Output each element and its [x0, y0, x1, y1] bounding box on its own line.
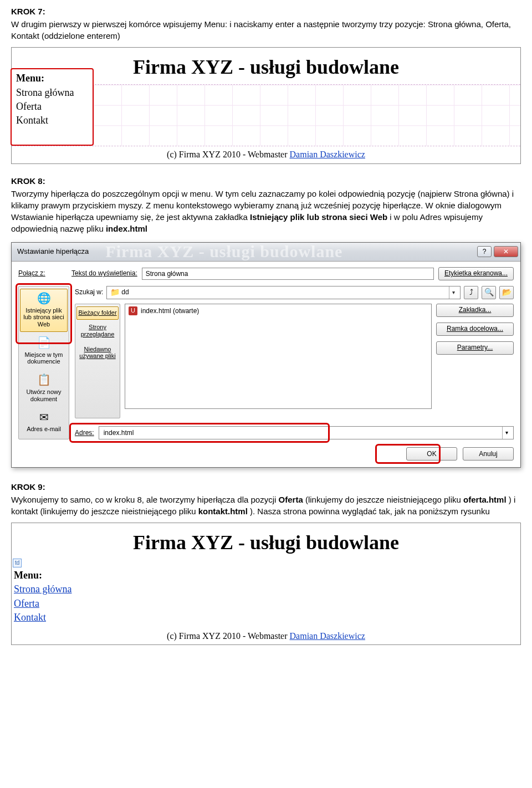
krok8-heading: KROK 8:	[11, 175, 521, 187]
chevron-down-icon: ▾	[502, 427, 511, 439]
menu-item: Strona główna	[16, 86, 88, 100]
folder-icon: 📁	[110, 287, 119, 298]
page-footer: (c) Firma XYZ 2010 - Webmaster Damian Da…	[12, 146, 520, 163]
menu-title: Menu:	[16, 71, 88, 85]
krok9-heading: KROK 9:	[11, 481, 521, 493]
link-to-sidebar: 🌐 Istniejący plik lub strona sieci Web 📄…	[18, 286, 69, 439]
text-bold: Istniejący plik lub strona sieci Web	[250, 212, 387, 222]
text-run: Wykonujemy to samo, co w kroku 8, ale tw…	[11, 495, 279, 504]
open-folder-icon: 📂	[502, 287, 511, 298]
sidebar-item-label: Miejsce w tym dokumencie	[24, 351, 63, 365]
browse-web-button[interactable]: 🔍	[482, 286, 496, 299]
globe-file-icon: 🌐	[36, 291, 52, 306]
file-list[interactable]: U index.html (otwarte)	[125, 304, 432, 409]
browse-file-button[interactable]: 📂	[499, 286, 514, 299]
address-label: Adres:	[75, 428, 94, 438]
chevron-down-icon: ▾	[449, 286, 458, 299]
menu-item: Kontakt	[16, 114, 88, 127]
current-folder-tab[interactable]: Bieżący folder	[76, 306, 119, 320]
ok-button[interactable]: OK	[406, 447, 457, 460]
close-button[interactable]: ✕	[494, 246, 518, 257]
sidebar-item-label: Istniejący plik lub strona sieci Web	[23, 307, 64, 328]
address-value: index.html	[104, 428, 502, 438]
dialog-titlebar: Wstawianie hiperłącza Firma XYZ - usługi…	[12, 243, 520, 262]
search-folder-combo[interactable]: 📁 dd ▾	[106, 286, 461, 299]
ghost-background-text: Firma XYZ - usługi budowlane	[105, 240, 477, 263]
menu-panel: td Menu: Strona główna Oferta Kontakt	[12, 560, 95, 628]
menu-item: Oferta	[16, 100, 88, 114]
help-button[interactable]: ?	[477, 246, 492, 257]
sidebar-item-label: Utwórz nowy dokument	[27, 388, 62, 402]
td-tag-badge: td	[13, 559, 22, 567]
text-run: (linkujemy do jeszcze nieistniejącego pl…	[305, 495, 463, 504]
file-name: index.html (otwarte)	[141, 306, 199, 316]
krok7-text: W drugim pierwszy w pierwszej komórce wp…	[11, 18, 521, 42]
link-to-existing-file[interactable]: 🌐 Istniejący plik lub strona sieci Web	[20, 289, 68, 332]
combo-text: dd	[121, 288, 447, 297]
link-to-email[interactable]: ✉ Adres e-mail	[20, 407, 68, 437]
address-input[interactable]: index.html ▾	[99, 426, 514, 439]
sidebar-item-label: Adres e-mail	[27, 426, 61, 432]
text-bold: kontakt.html	[198, 506, 248, 516]
up-folder-button[interactable]: ⤴	[464, 286, 478, 299]
recent-files-tab[interactable]: Niedawno używane pliki	[76, 343, 119, 364]
nav-label: Niedawno używane pliki	[79, 346, 115, 360]
page-title: Firma XYZ - usługi budowlane	[12, 523, 520, 560]
menu-link-offer[interactable]: Oferta	[14, 597, 95, 611]
up-arrow-icon: ⤴	[469, 287, 473, 298]
footer-text: (c) Firma XYZ 2010 - Webmaster	[167, 150, 289, 159]
menu-title: Menu:	[14, 569, 95, 582]
browse-context-column: Bieżący folder Strony przeglądane Niedaw…	[75, 304, 120, 418]
html-file-icon: U	[129, 306, 137, 315]
krok7-heading: KROK 7:	[11, 6, 521, 17]
document-icon: 📄	[36, 336, 52, 350]
text-bold: Oferta	[279, 495, 303, 504]
screenshot-1: Firma XYZ - usługi budowlane Menu: Stron…	[11, 47, 521, 164]
link-to-place-in-doc[interactable]: 📄 Miejsce w tym dokumencie	[20, 333, 68, 369]
footer-link[interactable]: Damian Daszkiewicz	[290, 631, 365, 641]
browsed-pages-tab[interactable]: Strony przeglądane	[76, 321, 119, 341]
link-to-label: Połącz z:	[18, 269, 67, 278]
search-in-label: Szukaj w:	[75, 288, 103, 297]
page-footer: (c) Firma XYZ 2010 - Webmaster Damian Da…	[12, 628, 520, 644]
file-item[interactable]: U index.html (otwarte)	[129, 306, 428, 316]
footer-text: (c) Firma XYZ 2010 - Webmaster	[167, 631, 289, 641]
footer-link[interactable]: Damian Daszkiewicz	[290, 150, 365, 159]
link-to-new-document[interactable]: 📋 Utwórz nowy dokument	[20, 370, 68, 406]
dialog-title: Wstawianie hiperłącza	[17, 247, 89, 257]
text-bold: index.html	[106, 224, 147, 233]
menu-panel-highlight: Menu: Strona główna Oferta Kontakt	[11, 68, 94, 146]
parameters-button[interactable]: Parametry...	[436, 341, 514, 355]
text-bold: oferta.html	[463, 495, 507, 504]
target-frame-button[interactable]: Ramka docelowa...	[436, 323, 514, 336]
insert-hyperlink-dialog: Wstawianie hiperłącza Firma XYZ - usługi…	[11, 242, 521, 468]
nav-label: Strony przeglądane	[81, 324, 115, 337]
content-grid	[94, 85, 520, 146]
screen-tip-button[interactable]: Etykietka ekranowa...	[438, 267, 514, 280]
screenshot-3: Firma XYZ - usługi budowlane td Menu: St…	[11, 523, 521, 646]
cancel-button[interactable]: Anuluj	[463, 447, 514, 460]
search-icon: 🔍	[484, 287, 494, 298]
content-area	[95, 560, 520, 628]
krok8-text: Tworzymy hiperłącza do poszczególnym opc…	[11, 188, 521, 234]
krok9-text: Wykonujemy to samo, co w kroku 8, ale tw…	[11, 494, 521, 517]
email-icon: ✉	[36, 410, 52, 424]
nav-label: Bieżący folder	[78, 309, 116, 316]
text-run: ). Nasza strona powinna wyglądać tak, ja…	[250, 506, 490, 516]
new-document-icon: 📋	[36, 373, 52, 387]
display-text-input[interactable]: Strona główna	[142, 268, 434, 280]
menu-link-contact[interactable]: Kontakt	[14, 611, 95, 625]
menu-link-home[interactable]: Strona główna	[14, 582, 95, 596]
bookmark-button[interactable]: Zakładka...	[436, 304, 514, 317]
display-text-label: Tekst do wyświetlenia:	[71, 269, 137, 278]
